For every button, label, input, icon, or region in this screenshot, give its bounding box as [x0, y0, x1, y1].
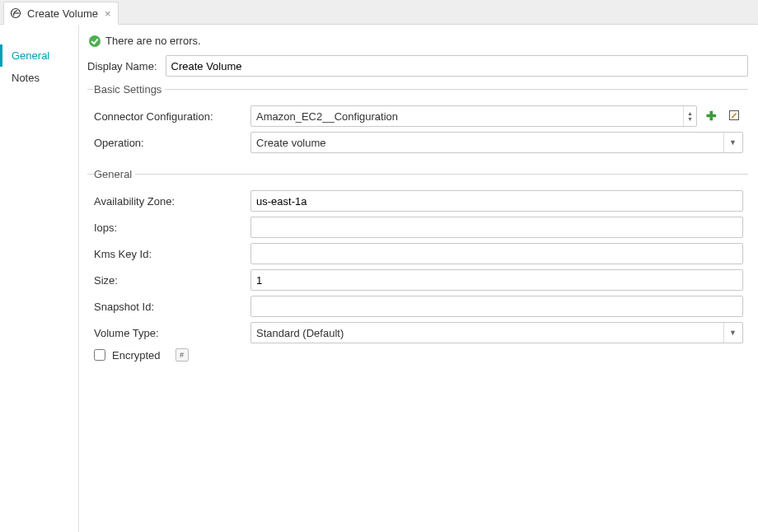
operation-value: Create volume [256, 137, 720, 149]
general-group: General Availability Zone: Iops: Kms Key… [87, 168, 748, 366]
add-config-button[interactable]: ✚ [702, 107, 720, 125]
availability-zone-label: Availability Zone: [94, 195, 250, 208]
sidebar-item-notes[interactable]: Notes [0, 67, 78, 89]
size-label: Size: [94, 274, 250, 287]
volume-type-select[interactable]: Standard (Default) ▼ [250, 322, 743, 343]
snapshot-id-input[interactable] [250, 296, 743, 317]
connector-config-combo[interactable]: Amazon_EC2__Configuration ▲▼ [250, 105, 697, 127]
check-circle-icon [89, 35, 101, 47]
encrypted-label: Encrypted [112, 349, 161, 362]
volume-type-row: Volume Type: Standard (Default) ▼ [94, 322, 743, 343]
size-row: Size: [94, 269, 743, 291]
connector-config-value: Amazon_EC2__Configuration [256, 110, 680, 123]
edit-config-button[interactable] [725, 107, 743, 125]
edit-icon [728, 110, 740, 124]
plus-icon: ✚ [706, 109, 717, 124]
iops-row: Iops: [94, 217, 743, 238]
operation-select[interactable]: Create volume ▼ [250, 132, 743, 153]
sidebar: General Notes [0, 25, 79, 532]
kms-key-id-label: Kms Key Id: [94, 248, 250, 260]
kms-key-id-row: Kms Key Id: [94, 243, 743, 264]
operation-label: Operation: [94, 137, 250, 149]
basic-settings-legend: Basic Settings [94, 83, 165, 96]
chevron-down-icon: ▼ [723, 133, 742, 152]
sidebar-item-label: Notes [12, 72, 40, 84]
spinner-icon: ▲▼ [683, 106, 696, 126]
snapshot-id-row: Snapshot Id: [94, 296, 743, 317]
editor-tab-create-volume[interactable]: Create Volume × [3, 2, 119, 25]
editor-tab-label: Create Volume [27, 7, 98, 20]
close-icon[interactable]: × [105, 8, 111, 19]
operation-row: Operation: Create volume ▼ [94, 132, 743, 153]
display-name-label: Display Name: [87, 60, 157, 72]
snapshot-id-label: Snapshot Id: [94, 301, 250, 313]
hash-icon: # [180, 351, 184, 359]
connector-config-label: Connector Configuration: [94, 110, 250, 123]
encrypted-checkbox[interactable] [94, 349, 105, 361]
main-panel: There are no errors. Display Name: Basic… [79, 25, 758, 532]
encrypted-row: Encrypted # [94, 348, 743, 362]
sidebar-item-label: General [12, 49, 49, 62]
sidebar-item-general[interactable]: General [0, 44, 78, 67]
iops-label: Iops: [94, 222, 250, 234]
kms-key-id-input[interactable] [250, 243, 743, 264]
expression-button[interactable]: # [175, 348, 189, 362]
component-icon [9, 7, 22, 20]
status-message: There are no errors. [105, 35, 201, 47]
connector-config-row: Connector Configuration: Amazon_EC2__Con… [94, 105, 743, 127]
volume-type-label: Volume Type: [94, 327, 250, 339]
basic-settings-group: Basic Settings Connector Configuration: … [87, 83, 748, 163]
display-name-row: Display Name: [87, 55, 748, 77]
availability-zone-row: Availability Zone: [94, 190, 743, 212]
display-name-input[interactable] [166, 55, 748, 77]
editor-tabbar: Create Volume × [0, 0, 758, 25]
validation-status: There are no errors. [89, 35, 748, 47]
size-input[interactable] [250, 269, 743, 291]
availability-zone-input[interactable] [250, 190, 743, 212]
chevron-down-icon: ▼ [723, 323, 742, 343]
general-legend: General [94, 168, 135, 180]
volume-type-value: Standard (Default) [256, 327, 720, 339]
iops-input[interactable] [250, 217, 743, 238]
